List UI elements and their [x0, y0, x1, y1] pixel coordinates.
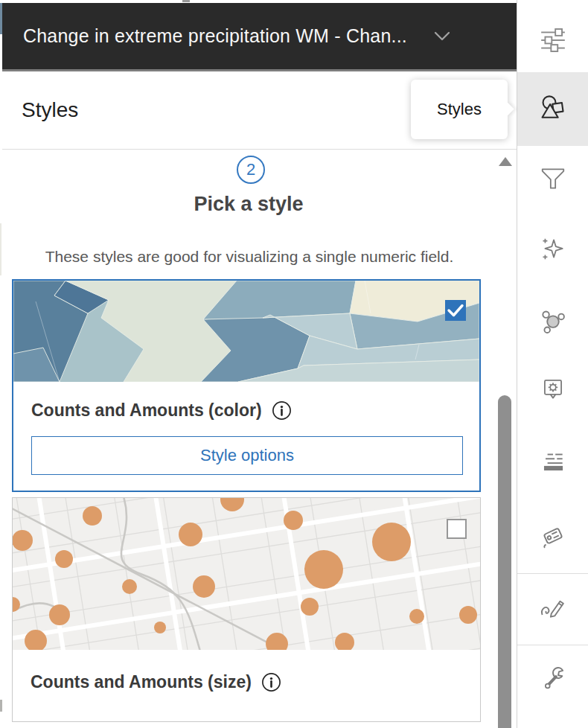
card-title: Counts and Amounts (size): [31, 672, 252, 692]
styles-tooltip: Styles: [411, 80, 508, 139]
chevron-down-icon: [434, 31, 450, 42]
step-number: 2: [246, 160, 255, 179]
layer-title: Change in extreme precipitation WM - Cha…: [23, 25, 407, 47]
funnel-icon: [539, 165, 567, 196]
fields-list-icon: [539, 447, 567, 479]
sidebar-item-sketch[interactable]: [517, 573, 588, 645]
settings-toolbar: [517, 0, 588, 728]
card-body: Counts and Amounts (size): [13, 650, 480, 692]
pick-style-description: These styles are good for visualizing a …: [5, 248, 493, 266]
cluster-icon: [538, 306, 568, 339]
browser-edge-fragment: [182, 0, 190, 2]
info-icon[interactable]: [272, 400, 292, 421]
sidebar-item-fields[interactable]: [517, 427, 588, 499]
card-body: Counts and Amounts (color) Style options: [13, 382, 479, 475]
info-icon[interactable]: [261, 672, 281, 692]
sidebar-item-labels[interactable]: [517, 502, 588, 573]
styles-tooltip-label: Styles: [437, 100, 482, 119]
pick-style-heading: Pick a style: [2, 193, 495, 216]
card-title: Counts and Amounts (color): [31, 400, 262, 421]
sidebar-item-filter[interactable]: [517, 144, 588, 216]
tag-icon: [538, 521, 568, 554]
wrench-icon: [538, 664, 568, 697]
sidebar-item-effects[interactable]: [517, 215, 588, 287]
layer-selector-header[interactable]: Change in extreme precipitation WM - Cha…: [2, 3, 517, 71]
sidebar-item-analysis[interactable]: [517, 645, 588, 716]
step-indicator: 2: [237, 156, 265, 184]
sidebar-item-popups[interactable]: [517, 355, 588, 427]
shapes-icon: [538, 93, 568, 126]
map-edge-sliver: [0, 223, 1, 275]
scrollbar-thumb[interactable]: [498, 395, 511, 728]
proportional-symbol-map-preview: [13, 498, 480, 650]
sidebar-item-styles[interactable]: [517, 72, 588, 146]
sparkles-icon: [539, 235, 567, 266]
style-selected-checkbox[interactable]: [445, 300, 466, 321]
choropleth-map-preview: [13, 281, 479, 382]
sliders-icon: [539, 26, 567, 57]
styles-panel-content: 2 Pick a style These styles are good for…: [2, 150, 517, 728]
style-card-counts-color[interactable]: Counts and Amounts (color) Style options: [12, 279, 481, 492]
scroll-up-arrow-icon[interactable]: [499, 157, 512, 166]
style-unselected-checkbox[interactable]: [447, 519, 467, 539]
panel-title: Styles: [22, 98, 78, 122]
pen-squiggle-icon: [538, 593, 568, 625]
popup-gear-icon: [539, 375, 567, 406]
sidebar-item-aggregation[interactable]: [517, 287, 588, 358]
style-card-counts-size[interactable]: Counts and Amounts (size): [12, 497, 481, 722]
sidebar-item-properties[interactable]: [517, 6, 588, 77]
style-options-button[interactable]: Style options: [31, 436, 463, 475]
